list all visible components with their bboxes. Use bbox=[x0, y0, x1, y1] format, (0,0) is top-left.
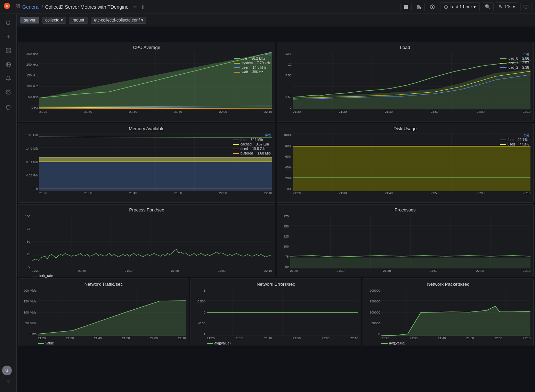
net-errors-title: Network Errors/sec bbox=[194, 282, 358, 287]
sidebar-alerts[interactable] bbox=[2, 72, 15, 85]
disk-panel: Disk Usage avg free22.7% used77.3% 100%8… bbox=[277, 123, 534, 203]
memory-y-axis: 18.6 Gib14.0 Gib9.31 Gib4.66 Gib0 b bbox=[21, 133, 39, 191]
net-packets-panel: Network Packets/sec 20000015000010000050… bbox=[363, 278, 534, 346]
breadcrumb-home[interactable] bbox=[15, 4, 20, 10]
net-errors-panel: Network Errors/sec 10.5000-0.50-1 bbox=[191, 278, 362, 346]
filter-conf[interactable]: etc-collectd-collectd.conf ▾ bbox=[91, 17, 146, 24]
load-chart-svg bbox=[293, 52, 531, 109]
svg-rect-11 bbox=[419, 5, 420, 6]
breadcrumb-general[interactable]: General bbox=[22, 4, 40, 10]
load-title: Load bbox=[280, 45, 531, 50]
load-legend: avg load_02.86 load_12.57 load_22.38 bbox=[500, 52, 529, 69]
net-traffic-title: Network Traffic/sec bbox=[21, 282, 186, 287]
svg-text:G: G bbox=[6, 4, 8, 8]
load-x-axis: 21:2021:3021:4021:5022:0022:10 bbox=[280, 110, 531, 114]
net-errors-x-axis: 21:2021:3021:4021:5022:0022:10 bbox=[194, 336, 358, 340]
net-packets-y-axis: 200000150000100000500000 bbox=[366, 289, 381, 336]
cpu-avg-panel: CPU Average avg idle96.2 kHz system7.79 … bbox=[18, 42, 275, 122]
grafana-logo: G bbox=[3, 2, 10, 11]
cpu-legend: avg idle96.2 kHz system7.79 kHz user14.3… bbox=[234, 52, 270, 74]
chevron-icon2: ▾ bbox=[141, 18, 143, 23]
net-packets-x-axis: 21:2021:3021:4021:5022:0022:10 bbox=[366, 336, 530, 340]
svg-rect-2 bbox=[16, 5, 17, 6]
sidebar-help[interactable]: ? bbox=[2, 377, 15, 389]
settings-btn[interactable] bbox=[427, 3, 438, 11]
star-icon[interactable]: ☆ bbox=[133, 4, 137, 10]
memory-x-axis: 21:2021:3021:4021:5022:0022:10 bbox=[21, 191, 272, 195]
net-errors-legend: avg(value) bbox=[194, 341, 358, 345]
net-traffic-chart-svg bbox=[38, 289, 186, 336]
filter-collectd[interactable]: collectd ▾ bbox=[42, 17, 66, 24]
net-errors-y-axis: 10.5000-0.50-1 bbox=[194, 289, 207, 336]
disk-legend: avg free22.7% used77.3% bbox=[500, 133, 529, 146]
processes-panel: Processes 1751501251007550 bbox=[277, 204, 534, 277]
net-traffic-legend: value bbox=[21, 341, 186, 345]
process-fork-panel: Process Fork/sec 1007550250 bbox=[18, 204, 275, 277]
svg-rect-6 bbox=[404, 5, 406, 7]
memory-panel: Memory Available avg free344 Mib cached3… bbox=[18, 123, 275, 203]
sidebar-bottom: U ? bbox=[2, 366, 15, 389]
svg-rect-20 bbox=[9, 51, 10, 53]
processes-chart-svg bbox=[290, 215, 531, 268]
fork-x-axis: 21:2021:3021:4021:5022:0022:10 bbox=[21, 269, 272, 273]
filter-server[interactable]: server bbox=[20, 17, 39, 24]
fork-y-axis: 1007550250 bbox=[21, 215, 32, 268]
disk-y-axis: 100%80%60%40%20%0% bbox=[280, 133, 293, 191]
filterbar: server collectd ▾ mount etc-collectd-col… bbox=[17, 14, 535, 26]
svg-rect-5 bbox=[16, 7, 17, 8]
sidebar-explore[interactable] bbox=[2, 58, 15, 71]
sidebar-shield[interactable] bbox=[2, 101, 15, 114]
svg-rect-4 bbox=[18, 7, 19, 8]
processes-y-axis: 1751501251007550 bbox=[280, 215, 290, 268]
load-panel: Load avg load_02.86 load_12.57 load_22.3… bbox=[277, 42, 534, 122]
chevron-down-icon: ▾ bbox=[473, 4, 476, 9]
topbar-actions: Last 1 hour ▾ 🔍 ↻ 10s ▾ bbox=[400, 2, 532, 11]
main-content: CPU Average avg idle96.2 kHz system7.79 … bbox=[17, 40, 535, 392]
sidebar-dashboard[interactable] bbox=[2, 44, 15, 57]
svg-rect-21 bbox=[6, 51, 8, 53]
svg-rect-14 bbox=[524, 5, 528, 8]
svg-point-15 bbox=[6, 21, 10, 25]
net-packets-chart-svg bbox=[381, 289, 530, 336]
save-btn[interactable] bbox=[414, 3, 425, 11]
zoom-out-btn[interactable]: 🔍 bbox=[482, 2, 494, 11]
svg-point-12 bbox=[432, 6, 433, 8]
breadcrumb: General / CollectD Server Metrics with T… bbox=[15, 4, 145, 10]
fork-chart-svg bbox=[32, 215, 272, 268]
net-errors-chart-svg bbox=[207, 289, 358, 336]
display-btn[interactable] bbox=[520, 3, 532, 11]
load-y-axis: 12.5107.5052.500 bbox=[280, 52, 293, 109]
net-traffic-y-axis: 200 Mb/s150 Mb/s100 Mb/s50 Mb/s0 b/s bbox=[21, 289, 38, 336]
dashboard-title: CollectD Server Metrics with TDengine bbox=[45, 4, 129, 10]
svg-rect-9 bbox=[406, 7, 408, 9]
processes-x-axis: 21:2021:3021:4021:5022:0022:10 bbox=[280, 269, 531, 273]
cpu-y-axis: 250 kHz200 kHz150 kHz100 kHz50 kHz0 Hz bbox=[21, 52, 39, 109]
sidebar-settings[interactable] bbox=[2, 86, 15, 99]
sidebar-search[interactable] bbox=[2, 17, 15, 29]
svg-rect-3 bbox=[18, 5, 19, 6]
time-range-label: Last 1 hour bbox=[449, 4, 472, 9]
chevron-icon: ▾ bbox=[61, 18, 63, 23]
filter-mount[interactable]: mount bbox=[69, 17, 88, 24]
process-fork-title: Process Fork/sec bbox=[21, 207, 272, 212]
time-range-btn[interactable]: Last 1 hour ▾ bbox=[440, 2, 480, 11]
user-avatar[interactable]: U bbox=[2, 366, 12, 375]
disk-x-axis: 21:2021:3021:4021:5022:0022:10 bbox=[280, 191, 531, 195]
processes-title: Processes bbox=[280, 207, 531, 212]
svg-marker-59 bbox=[39, 157, 272, 162]
sidebar: U ? bbox=[0, 14, 17, 392]
share-icon[interactable]: ⬆ bbox=[141, 4, 145, 10]
net-packets-legend: avg(value) bbox=[366, 341, 530, 345]
memory-legend: avg free344 Mib cached3.67 Gib used10.8 … bbox=[233, 133, 271, 155]
add-panel-btn[interactable] bbox=[400, 3, 412, 11]
disk-title: Disk Usage bbox=[280, 126, 531, 131]
refresh-interval: 10s bbox=[504, 4, 511, 9]
svg-marker-98 bbox=[290, 258, 531, 268]
net-traffic-x-axis: 21:2021:3021:4021:5022:0022:10 bbox=[21, 336, 186, 340]
net-packets-title: Network Packets/sec bbox=[366, 282, 530, 287]
cpu-x-axis: 21:2021:3021:4021:5022:0022:10 bbox=[21, 110, 272, 114]
disk-chart-svg bbox=[293, 133, 531, 191]
refresh-btn[interactable]: ↻ 10s ▾ bbox=[496, 2, 518, 11]
sidebar-add[interactable] bbox=[2, 31, 15, 43]
svg-point-23 bbox=[8, 92, 9, 93]
